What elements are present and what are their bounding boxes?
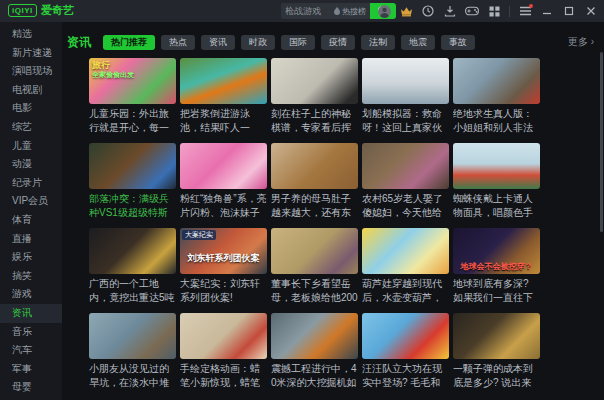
video-thumbnail[interactable]	[362, 313, 449, 359]
main-content: 资讯 热门推荐热点资讯时政国际疫情法制地震事故 更多 › 旅行全家偷偷出发儿童乐…	[62, 22, 604, 400]
video-title: 绝地求生真人版：小姐姐和别人非法组队，结果..	[453, 107, 540, 134]
hot-search-link[interactable]: 热搜榜	[334, 6, 366, 17]
sidebar-item-新片速递[interactable]: 新片速递	[0, 44, 62, 63]
tab-热门推荐[interactable]: 热门推荐	[103, 35, 155, 50]
video-thumbnail[interactable]	[362, 143, 449, 189]
sidebar-item-演唱现场[interactable]: 演唱现场	[0, 62, 62, 81]
sidebar-item-精选[interactable]: 精选	[0, 25, 62, 44]
history-clock-icon[interactable]	[421, 4, 435, 18]
video-thumbnail[interactable]	[89, 143, 176, 189]
video-title: 把岩浆倒进游泳池，结果吓人一跳，视觉效果太..	[180, 107, 267, 134]
tab-时政[interactable]: 时政	[241, 35, 275, 50]
hot-search-label: 热搜榜	[342, 6, 366, 17]
sidebar-item-VIP会员[interactable]: VIP会员	[0, 192, 62, 211]
video-card[interactable]: 葫芦娃穿越到现代后，水壶变葫芦，儿歌金曲..	[362, 228, 449, 304]
video-card[interactable]: 董事长下乡看望岳母，老板娘给他200元路费..	[271, 228, 358, 304]
video-card[interactable]: 划船模拟器：救命呀！这回上真家伙了！	[362, 58, 449, 134]
video-card[interactable]: 把岩浆倒进游泳池，结果吓人一跳，视觉效果太..	[180, 58, 267, 134]
maximize-button[interactable]	[562, 4, 576, 18]
video-card[interactable]: 汪汪队立大功在现实中登场? 毛毛和阿奇在..	[362, 313, 449, 389]
video-title: 广西的一个工地内，竟挖出重达5吨的蟒蛇，隐..	[89, 277, 176, 304]
tab-事故[interactable]: 事故	[441, 35, 475, 50]
sidebar-item-汽车[interactable]: 汽车	[0, 341, 62, 360]
search-input[interactable]: 枪战游戏 热搜榜	[281, 3, 370, 19]
video-thumbnail[interactable]	[362, 228, 449, 274]
video-title: 粉红“独角兽”系，亮片闪粉、泡沫妹子等混搭，..	[180, 192, 267, 219]
minimize-button[interactable]	[540, 4, 554, 18]
video-thumbnail[interactable]	[89, 228, 176, 274]
tab-疫情[interactable]: 疫情	[321, 35, 355, 50]
video-card[interactable]: 绝地求生真人版：小姐姐和别人非法组队，结果..	[453, 58, 540, 134]
video-title: 部落冲突：满级兵种VS1级超级特斯拉电磁塔，..	[89, 192, 176, 219]
vip-crown-icon[interactable]	[399, 4, 413, 18]
more-link[interactable]: 更多 ›	[568, 35, 594, 49]
video-thumbnail[interactable]	[89, 313, 176, 359]
video-title: 刻在柱子上的神秘棋谱，专家看后挥笔写下几大..	[271, 107, 358, 134]
sidebar-item-直播[interactable]: 直播	[0, 230, 62, 249]
video-card[interactable]: 广西的一个工地内，竟挖出重达5吨的蟒蛇，隐..	[89, 228, 176, 304]
video-thumbnail[interactable]: 大案纪实刘东轩系列团伙案	[180, 228, 267, 274]
apps-grid-icon[interactable]	[487, 4, 501, 18]
sidebar-item-母婴[interactable]: 母婴	[0, 378, 62, 397]
video-card[interactable]: 手绘定格动画：蜡笔小新惊现，蜡笔小新道具面..	[180, 313, 267, 389]
video-thumbnail[interactable]	[453, 58, 540, 104]
app-logo[interactable]: iQIYI 爱奇艺	[8, 3, 74, 18]
close-button[interactable]	[584, 4, 598, 18]
video-card[interactable]: 大案纪实刘东轩系列团伙案大案纪实：刘东轩系列团伙案!	[180, 228, 267, 304]
tab-热点[interactable]: 热点	[161, 35, 195, 50]
avatar[interactable]	[377, 4, 391, 18]
video-thumbnail[interactable]	[362, 58, 449, 104]
iqiyi-logo-name: 爱奇艺	[41, 3, 74, 18]
tab-国际[interactable]: 国际	[281, 35, 315, 50]
thumbnail-overlay-text: 刘东轩系列团伙案	[180, 252, 267, 265]
sidebar-item-儿童[interactable]: 儿童	[0, 137, 62, 156]
video-card[interactable]: 部落冲突：满级兵种VS1级超级特斯拉电磁塔，..	[89, 143, 176, 219]
video-thumbnail[interactable]	[453, 143, 540, 189]
video-card[interactable]: 刻在柱子上的神秘棋谱，专家看后挥笔写下几大..	[271, 58, 358, 134]
video-thumbnail[interactable]	[180, 313, 267, 359]
sidebar-item-综艺[interactable]: 综艺	[0, 118, 62, 137]
video-thumbnail[interactable]: 旅行全家偷偷出发	[89, 58, 176, 104]
video-card[interactable]: 地球会不会被挖穿？地球到底有多深? 如果我们一直往下挖，地球会..	[453, 228, 540, 304]
video-thumbnail[interactable]	[271, 143, 358, 189]
video-title: 男子养的母马肚子越来越大，还有东西在动，..	[271, 192, 358, 219]
video-card[interactable]: 蜘蛛侠戴上卡通人物面具，唱颜色手指家族儿..	[453, 143, 540, 219]
video-thumbnail[interactable]	[271, 228, 358, 274]
video-title: 董事长下乡看望岳母，老板娘给他200元路费..	[271, 277, 358, 304]
video-thumbnail[interactable]	[180, 58, 267, 104]
sidebar-item-军事[interactable]: 军事	[0, 360, 62, 379]
game-controller-icon[interactable]	[465, 4, 479, 18]
video-card[interactable]: 小朋友从没见过的旱坑，在淡水中堆出一样的..	[89, 313, 176, 389]
video-card[interactable]: 一颗子弹的成本到底是多少? 说出来你可能不信..	[453, 313, 540, 389]
video-title: 小朋友从没见过的旱坑，在淡水中堆出一样的..	[89, 362, 176, 389]
tab-地震[interactable]: 地震	[401, 35, 435, 50]
video-card[interactable]: 旅行全家偷偷出发儿童乐园：外出旅行就是开心，每一个人都可以..	[89, 58, 176, 134]
vertical-scrollbar[interactable]	[600, 52, 603, 232]
video-thumbnail[interactable]	[180, 143, 267, 189]
video-card[interactable]: 粉红“独角兽”系，亮片闪粉、泡沫妹子等混搭，..	[180, 143, 267, 219]
tab-资讯[interactable]: 资讯	[201, 35, 235, 50]
sidebar-item-纪录片[interactable]: 纪录片	[0, 174, 62, 193]
sidebar-item-资讯[interactable]: 资讯	[0, 304, 62, 323]
sidebar-item-搞笑[interactable]: 搞笑	[0, 267, 62, 286]
sidebar-item-电视剧[interactable]: 电视剧	[0, 81, 62, 100]
video-thumbnail[interactable]	[271, 58, 358, 104]
page-title: 资讯	[67, 34, 91, 51]
sidebar-item-游戏[interactable]: 游戏	[0, 285, 62, 304]
video-title: 震撼工程进行中，40米深的大挖掘机如何下去..	[271, 362, 358, 389]
menu-icon[interactable]	[518, 4, 532, 18]
video-thumbnail[interactable]	[271, 313, 358, 359]
sidebar-item-娱乐[interactable]: 娱乐	[0, 248, 62, 267]
video-thumbnail[interactable]: 地球会不会被挖穿？	[453, 228, 540, 274]
video-thumbnail[interactable]	[453, 313, 540, 359]
download-icon[interactable]	[443, 4, 457, 18]
video-card[interactable]: 震撼工程进行中，40米深的大挖掘机如何下去..	[271, 313, 358, 389]
sidebar-item-体育[interactable]: 体育	[0, 211, 62, 230]
sidebar-item-音乐[interactable]: 音乐	[0, 323, 62, 342]
sidebar-item-电影[interactable]: 电影	[0, 99, 62, 118]
sidebar-item-动漫[interactable]: 动漫	[0, 155, 62, 174]
tab-法制[interactable]: 法制	[361, 35, 395, 50]
video-card[interactable]: 男子养的母马肚子越来越大，还有东西在动，..	[271, 143, 358, 219]
video-card-grid: 旅行全家偷偷出发儿童乐园：外出旅行就是开心，每一个人都可以..把岩浆倒进游泳池，…	[89, 58, 540, 389]
video-card[interactable]: 农村65岁老人娶了傻媳妇，今天他给傻媳妇做..	[362, 143, 449, 219]
